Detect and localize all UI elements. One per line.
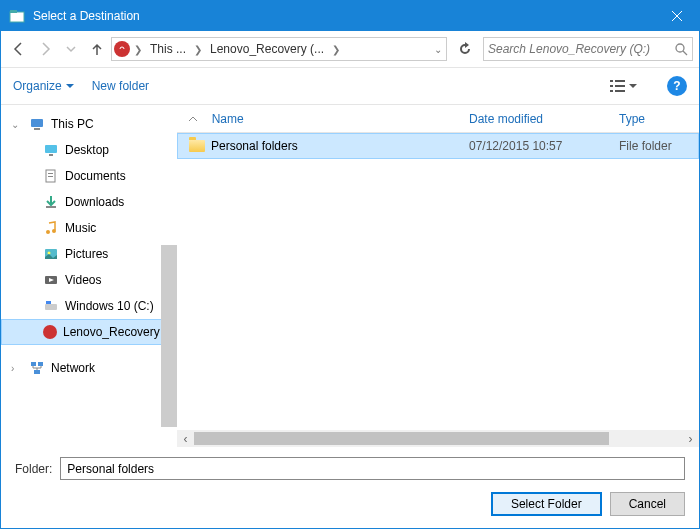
svg-point-2 <box>118 45 126 53</box>
search-box[interactable] <box>483 37 693 61</box>
tree-recovery[interactable]: Lenovo_Recovery <box>1 319 177 345</box>
chevron-down-icon <box>66 82 74 90</box>
nav-row: ❯ This ... ❯ Lenovo_Recovery (... ❯ ⌄ <box>1 31 699 67</box>
tree-music[interactable]: Music <box>1 215 177 241</box>
new-folder-button[interactable]: New folder <box>92 79 149 93</box>
scroll-thumb[interactable] <box>194 432 609 445</box>
sidebar-scrollbar[interactable] <box>161 245 177 427</box>
chevron-right-icon: ❯ <box>132 44 144 55</box>
downloads-icon <box>43 194 59 210</box>
drive-icon <box>43 298 59 314</box>
col-date[interactable]: Date modified <box>469 112 619 126</box>
organize-label: Organize <box>13 79 62 93</box>
back-icon <box>11 41 27 57</box>
svg-rect-4 <box>610 80 613 82</box>
organize-button[interactable]: Organize <box>13 79 74 93</box>
up-button[interactable] <box>85 37 109 61</box>
file-list[interactable]: Personal folders 07/12/2015 10:57 File f… <box>177 133 699 430</box>
folder-line: Folder: <box>15 457 685 480</box>
svg-point-19 <box>52 229 56 233</box>
titlebar: Select a Destination <box>1 1 699 31</box>
folder-input[interactable] <box>60 457 685 480</box>
svg-point-3 <box>676 44 684 52</box>
svg-rect-8 <box>610 90 613 92</box>
svg-rect-0 <box>10 12 24 22</box>
svg-rect-10 <box>31 119 43 127</box>
file-name: Personal folders <box>211 139 298 153</box>
tree-downloads[interactable]: Downloads <box>1 189 177 215</box>
horizontal-scrollbar[interactable]: ‹ › <box>177 430 699 447</box>
svg-rect-16 <box>48 176 53 177</box>
col-name[interactable]: Name <box>189 112 469 126</box>
breadcrumb-drive[interactable]: Lenovo_Recovery (... <box>206 42 328 56</box>
tree-label: Music <box>65 221 96 235</box>
file-type: File folder <box>619 139 672 153</box>
tree-label: Network <box>51 361 95 375</box>
chevron-down-icon[interactable]: ⌄ <box>432 44 444 55</box>
cancel-button[interactable]: Cancel <box>610 492 685 516</box>
close-icon <box>671 10 683 22</box>
breadcrumb-thispc[interactable]: This ... <box>146 42 190 56</box>
recovery-icon <box>43 325 57 339</box>
tree-network[interactable]: ›Network <box>1 355 177 381</box>
scroll-track[interactable] <box>194 430 682 447</box>
up-icon <box>89 41 105 57</box>
music-icon <box>43 220 59 236</box>
pictures-icon <box>43 246 59 262</box>
svg-rect-17 <box>46 206 56 208</box>
chevron-right-icon: ❯ <box>192 44 204 55</box>
tree-label: Videos <box>65 273 101 287</box>
svg-rect-24 <box>46 301 51 304</box>
app-icon <box>9 8 25 24</box>
search-input[interactable] <box>488 42 674 56</box>
drive-icon <box>114 41 130 57</box>
tree-documents[interactable]: Documents <box>1 163 177 189</box>
tree-videos[interactable]: Videos <box>1 267 177 293</box>
scroll-left-button[interactable]: ‹ <box>177 430 194 447</box>
refresh-button[interactable] <box>453 37 477 61</box>
desktop-icon <box>43 142 59 158</box>
svg-rect-11 <box>34 128 40 130</box>
chevron-right-icon: ❯ <box>330 44 342 55</box>
chevron-down-icon <box>629 82 637 90</box>
svg-rect-1 <box>10 10 17 13</box>
tree-label: Windows 10 (C:) <box>65 299 154 313</box>
col-type[interactable]: Type <box>619 112 699 126</box>
tree-pictures[interactable]: Pictures <box>1 241 177 267</box>
main-pane: Name Date modified Type Personal folders… <box>177 105 699 447</box>
file-date: 07/12/2015 10:57 <box>469 139 619 153</box>
pc-icon <box>29 116 45 132</box>
tree-this-pc[interactable]: ⌄This PC <box>1 111 177 137</box>
svg-rect-23 <box>45 304 57 310</box>
refresh-icon <box>458 42 472 56</box>
svg-rect-12 <box>45 145 57 153</box>
network-icon <box>29 360 45 376</box>
footer: Folder: Select Folder Cancel <box>1 447 699 528</box>
file-row[interactable]: Personal folders 07/12/2015 10:57 File f… <box>177 133 699 159</box>
forward-icon <box>37 41 53 57</box>
svg-rect-26 <box>38 362 43 366</box>
tree-cdrive[interactable]: Windows 10 (C:) <box>1 293 177 319</box>
address-bar[interactable]: ❯ This ... ❯ Lenovo_Recovery (... ❯ ⌄ <box>111 37 447 61</box>
button-row: Select Folder Cancel <box>15 492 685 516</box>
forward-button[interactable] <box>33 37 57 61</box>
recent-dropdown[interactable] <box>59 37 83 61</box>
close-button[interactable] <box>654 1 699 31</box>
folder-label: Folder: <box>15 462 52 476</box>
sort-asc-icon <box>189 115 197 123</box>
view-options-button[interactable] <box>609 78 637 94</box>
select-folder-button[interactable]: Select Folder <box>491 492 602 516</box>
help-icon: ? <box>673 79 680 93</box>
help-button[interactable]: ? <box>667 76 687 96</box>
collapse-icon[interactable]: ⌄ <box>11 119 23 130</box>
sidebar: ⌄This PC Desktop Documents Downloads Mus… <box>1 105 177 447</box>
tree-desktop[interactable]: Desktop <box>1 137 177 163</box>
chevron-down-icon <box>66 44 76 54</box>
tree-label: This PC <box>51 117 94 131</box>
svg-point-18 <box>46 230 50 234</box>
videos-icon <box>43 272 59 288</box>
back-button[interactable] <box>7 37 31 61</box>
new-folder-label: New folder <box>92 79 149 93</box>
scroll-right-button[interactable]: › <box>682 430 699 447</box>
expand-icon[interactable]: › <box>11 363 23 374</box>
